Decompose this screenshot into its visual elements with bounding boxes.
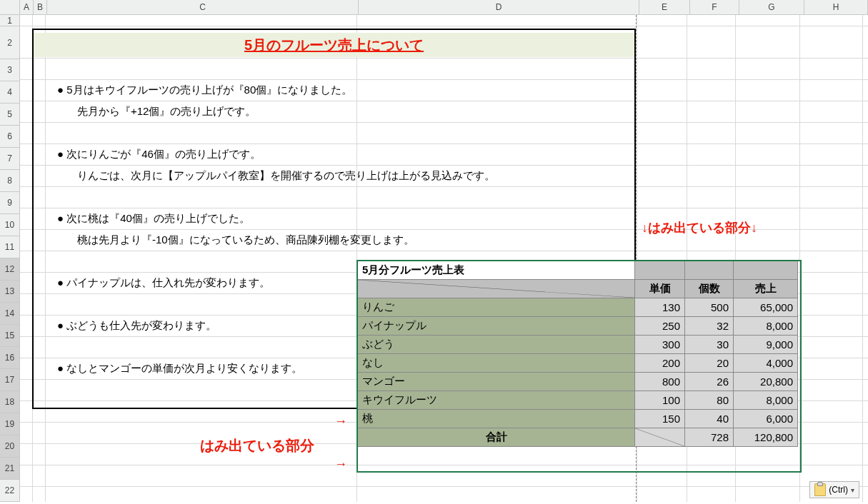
col-header-H[interactable]: H [804, 0, 868, 14]
text-line-10: ● 次に桃は『40個』の売り上げでした。 [57, 212, 250, 226]
row-header-22[interactable]: 22 [0, 480, 19, 502]
table-row: ぶどう300309,000 [358, 336, 798, 354]
text-line-8: りんごは、次月に【アップルパイ教室】を開催するので売り上げは上がる見込みです。 [77, 169, 495, 183]
col-header-C[interactable]: C [47, 0, 359, 14]
table-header-price: 単価 [635, 280, 685, 298]
text-line-15: ● ぶどうも仕入先が変わります。 [57, 319, 216, 333]
row-header-7[interactable]: 7 [0, 148, 19, 170]
table-header-sales: 売上 [734, 280, 798, 298]
row-header-18[interactable]: 18 [0, 391, 19, 413]
row-header-4[interactable]: 4 [0, 81, 19, 104]
text-line-11: 桃は先月より『-10個』になっているため、商品陳列棚を変更します。 [77, 233, 414, 247]
text-line-7: ● 次にりんごが『46個』の売り上げです。 [57, 148, 261, 161]
paste-options-label: (Ctrl) [829, 485, 848, 495]
annotation-overflow-side: はみ出ている部分 [200, 436, 314, 455]
col-header-A[interactable]: A [20, 0, 34, 14]
table-total-diag [635, 428, 685, 447]
col-header-E[interactable]: E [639, 0, 690, 14]
row-header-15[interactable]: 15 [0, 325, 19, 347]
row-header-9[interactable]: 9 [0, 192, 19, 214]
spreadsheet-viewport: A B C D E F G H 1 2 3 4 5 6 7 8 9 10 11 … [0, 0, 868, 504]
table-row: マンゴー8002620,800 [358, 373, 798, 391]
grid-area[interactable]: 5月のフルーツ売上について ● 5月はキウイフルーツの売り上げが『80個』になり… [20, 15, 868, 502]
row-header-20[interactable]: 20 [0, 435, 19, 458]
table-total-qty: 728 [685, 428, 734, 447]
col-header-B[interactable]: B [34, 0, 47, 14]
row-header-3[interactable]: 3 [0, 59, 19, 81]
table-row: 桃150406,000 [358, 410, 798, 428]
row-header-14[interactable]: 14 [0, 303, 19, 325]
table-header-qty: 個数 [685, 280, 734, 298]
text-line-5: 先月から『+12個』の売り上げです。 [77, 105, 256, 119]
table-corner-diag [358, 280, 635, 298]
table-total-sales: 120,800 [734, 428, 798, 447]
row-header-11[interactable]: 11 [0, 236, 19, 258]
row-header-21[interactable]: 21 [0, 458, 19, 480]
row-headers: 1 2 3 4 5 6 7 8 9 10 11 12 13 14 15 16 1… [0, 15, 20, 502]
row-header-19[interactable]: 19 [0, 413, 19, 435]
table-row: なし200204,000 [358, 354, 798, 373]
annotation-arrow-2: → [334, 457, 347, 472]
table-row: キウイフルーツ100808,000 [358, 391, 798, 410]
row-header-2[interactable]: 2 [0, 26, 19, 59]
text-line-4: ● 5月はキウイフルーツの売り上げが『80個』になりました。 [57, 84, 352, 97]
row-header-10[interactable]: 10 [0, 214, 19, 236]
report-title: 5月のフルーツ売上について [32, 33, 636, 57]
row-header-6[interactable]: 6 [0, 126, 19, 148]
sales-table: 5月分フルーツ売上表 単価 個数 売上 りんご13050065,000 パイナッ… [357, 261, 798, 447]
svg-line-0 [358, 280, 634, 298]
table-total-label: 合計 [358, 428, 635, 447]
chevron-down-icon: ▾ [851, 486, 854, 494]
row-header-12[interactable]: 12 [0, 258, 19, 281]
text-line-17: ● なしとマンゴーの単価が次月より安くなります。 [57, 362, 302, 376]
column-headers: A B C D E F G H [0, 0, 868, 15]
select-all-corner[interactable] [0, 0, 20, 14]
clipboard-icon [814, 483, 826, 496]
col-header-G[interactable]: G [739, 0, 804, 14]
text-line-13: ● パイナップルは、仕入れ先が変わります。 [57, 276, 270, 290]
row-header-13[interactable]: 13 [0, 281, 19, 303]
row-header-5[interactable]: 5 [0, 104, 19, 126]
annotation-arrow-1: → [334, 414, 347, 429]
row-header-1[interactable]: 1 [0, 15, 19, 26]
paste-options-button[interactable]: (Ctrl) ▾ [809, 481, 859, 498]
table-row: パイナップル250328,000 [358, 317, 798, 336]
table-title: 5月分フルーツ売上表 [358, 261, 635, 280]
annotation-overflow-top: ↓はみ出ている部分↓ [642, 219, 757, 236]
table-row: りんご13050065,000 [358, 298, 798, 317]
col-header-F[interactable]: F [690, 0, 739, 14]
row-header-17[interactable]: 17 [0, 369, 19, 391]
row-header-16[interactable]: 16 [0, 347, 19, 369]
col-header-D[interactable]: D [359, 0, 639, 14]
row-header-8[interactable]: 8 [0, 170, 19, 192]
svg-line-1 [635, 428, 684, 446]
